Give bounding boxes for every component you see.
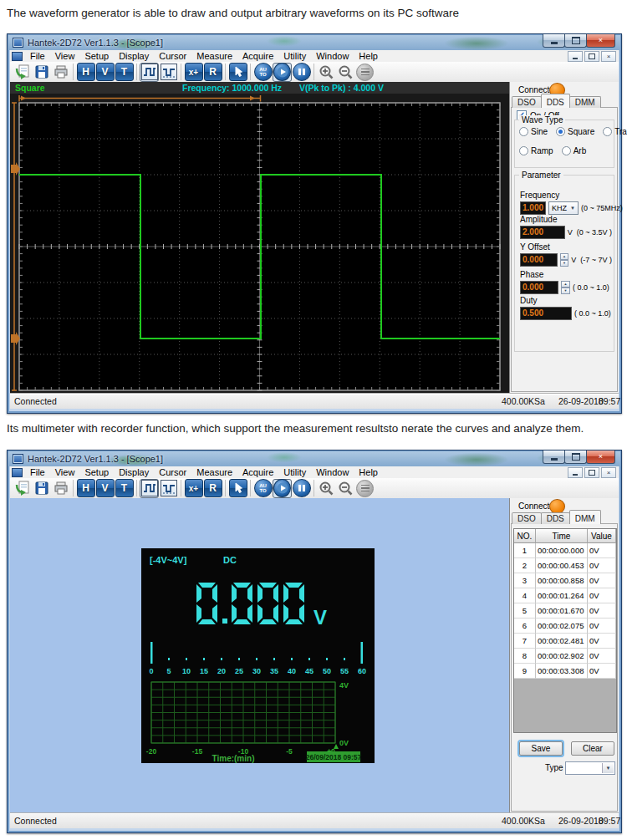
menu-cursor[interactable]: Cursor: [154, 51, 191, 61]
open-file-icon[interactable]: [13, 63, 32, 82]
tab-dso[interactable]: DSO: [512, 96, 542, 108]
zoom-out-icon[interactable]: [336, 479, 355, 498]
math-icon[interactable]: x+: [184, 479, 203, 498]
save-icon[interactable]: [32, 63, 51, 82]
wave-type-arb[interactable]: Arb: [562, 146, 587, 155]
run-icon[interactable]: [273, 63, 292, 82]
y-offset-value-input[interactable]: 0.000: [520, 253, 558, 267]
time-span-marker[interactable]: [19, 95, 261, 102]
cursor-measure-icon[interactable]: [228, 479, 247, 498]
mdi-restore-button[interactable]: [584, 51, 599, 62]
save-icon[interactable]: [32, 479, 51, 498]
menu-acquire[interactable]: Acquire: [237, 51, 278, 61]
print-icon[interactable]: [51, 479, 70, 498]
minimize-button[interactable]: [543, 34, 565, 48]
menu-help[interactable]: Help: [354, 51, 383, 61]
tab-dds[interactable]: DDS: [541, 94, 570, 108]
amplitude-value-input[interactable]: 2.000: [520, 226, 565, 239]
vertical-system-icon[interactable]: V: [95, 479, 115, 498]
trigger-system-icon[interactable]: T: [115, 479, 134, 498]
vertical-system-icon[interactable]: V: [95, 63, 115, 82]
zoom-in-icon[interactable]: [317, 479, 336, 498]
menu-help[interactable]: Help: [354, 467, 383, 477]
maximize-button[interactable]: [564, 34, 587, 48]
wave-type-sine[interactable]: Sine: [519, 127, 548, 136]
close-button[interactable]: ×: [586, 451, 615, 464]
wave-type-square[interactable]: Square: [556, 127, 594, 136]
trigger-system-icon[interactable]: T: [115, 63, 134, 82]
snapshot-icon[interactable]: [355, 63, 375, 82]
menu-view[interactable]: View: [50, 467, 80, 477]
reference-waveform-icon[interactable]: R: [203, 479, 222, 498]
reference-waveform-icon[interactable]: R: [203, 63, 222, 82]
open-file-icon[interactable]: [13, 479, 32, 498]
menu-view[interactable]: View: [50, 51, 80, 61]
title-bar[interactable]: Hantek-2D72 Ver1.1.3 - [Scope1] ×: [8, 451, 620, 466]
mdi-close-button[interactable]: ×: [601, 467, 616, 478]
table-row[interactable]: 900:00:03.3080V: [514, 664, 616, 679]
table-row[interactable]: 500:00:01.6700V: [514, 603, 616, 619]
mdi-close-button[interactable]: ×: [601, 51, 616, 62]
waveform-invert-icon[interactable]: [159, 63, 178, 82]
title-bar[interactable]: Hantek-2D72 Ver1.1.3 - [Scope1] ×: [8, 35, 620, 50]
menu-setup[interactable]: Setup: [79, 467, 114, 477]
snapshot-icon[interactable]: [355, 479, 375, 498]
waveform-invert-icon[interactable]: [159, 479, 178, 498]
save-button[interactable]: Save: [519, 741, 563, 756]
frequency-unit-dropdown[interactable]: KHZ ▼: [548, 201, 579, 215]
menu-window[interactable]: Window: [311, 467, 354, 477]
horizontal-system-icon[interactable]: H: [76, 63, 95, 82]
tab-dmm[interactable]: DMM: [569, 510, 601, 524]
menu-acquire[interactable]: Acquire: [237, 467, 278, 477]
menu-display[interactable]: Display: [114, 51, 154, 61]
pause-icon[interactable]: [292, 479, 311, 498]
print-icon[interactable]: [51, 63, 70, 82]
y-offset-spinner[interactable]: ▲▼: [560, 253, 569, 267]
menu-measure[interactable]: Measure: [191, 51, 237, 61]
mdi-minimize-button[interactable]: [568, 467, 583, 478]
zoom-in-icon[interactable]: [317, 63, 336, 82]
duty-value-input[interactable]: 0.500: [520, 307, 572, 320]
menu-cursor[interactable]: Cursor: [154, 467, 191, 477]
type-dropdown[interactable]: ▼: [565, 761, 615, 775]
menu-utility[interactable]: Utility: [278, 51, 311, 61]
menu-measure[interactable]: Measure: [191, 467, 237, 477]
menu-file[interactable]: File: [25, 51, 50, 61]
phase-spinner[interactable]: ▲▼: [561, 281, 570, 294]
menu-utility[interactable]: Utility: [278, 467, 311, 477]
tab-dds[interactable]: DDS: [541, 512, 570, 524]
clear-button[interactable]: Clear: [571, 741, 614, 756]
minimize-button[interactable]: [543, 451, 565, 464]
table-row[interactable]: 100:00:00.0000V: [514, 543, 616, 558]
table-row[interactable]: 700:00:02.4810V: [514, 634, 616, 649]
frequency-value-input[interactable]: 1.000: [520, 201, 546, 215]
mdi-restore-button[interactable]: [584, 467, 599, 478]
math-icon[interactable]: x+: [184, 63, 203, 82]
wave-type-trapezia[interactable]: Trapezia: [603, 127, 627, 136]
menu-display[interactable]: Display: [114, 467, 154, 477]
zoom-out-icon[interactable]: [336, 63, 355, 82]
waveform-generator-icon[interactable]: [140, 479, 159, 498]
cursor-measure-icon[interactable]: [228, 63, 247, 82]
table-row[interactable]: 200:00:00.4530V: [514, 558, 616, 573]
pause-icon[interactable]: [292, 63, 311, 82]
menu-file[interactable]: File: [25, 467, 50, 477]
close-button[interactable]: ×: [586, 34, 615, 48]
wave-type-ramp[interactable]: Ramp: [519, 146, 553, 155]
table-row[interactable]: 800:00:02.9020V: [514, 649, 616, 664]
autoset-icon[interactable]: AUTO: [253, 479, 273, 498]
menu-window[interactable]: Window: [311, 51, 354, 61]
phase-value-input[interactable]: 0.000: [520, 281, 558, 294]
mdi-minimize-button[interactable]: [568, 51, 583, 62]
table-row[interactable]: 300:00:00.8580V: [514, 573, 616, 588]
table-row[interactable]: 400:00:01.2640V: [514, 588, 616, 603]
tab-dso[interactable]: DSO: [512, 512, 542, 524]
run-icon[interactable]: [273, 479, 292, 498]
menu-setup[interactable]: Setup: [79, 51, 114, 61]
horizontal-system-icon[interactable]: H: [76, 479, 95, 498]
tab-dmm[interactable]: DMM: [569, 96, 601, 108]
maximize-button[interactable]: [564, 451, 587, 464]
autoset-icon[interactable]: AUTO: [253, 63, 273, 82]
waveform-generator-icon[interactable]: [140, 63, 159, 82]
table-row[interactable]: 600:00:02.0750V: [514, 619, 616, 634]
